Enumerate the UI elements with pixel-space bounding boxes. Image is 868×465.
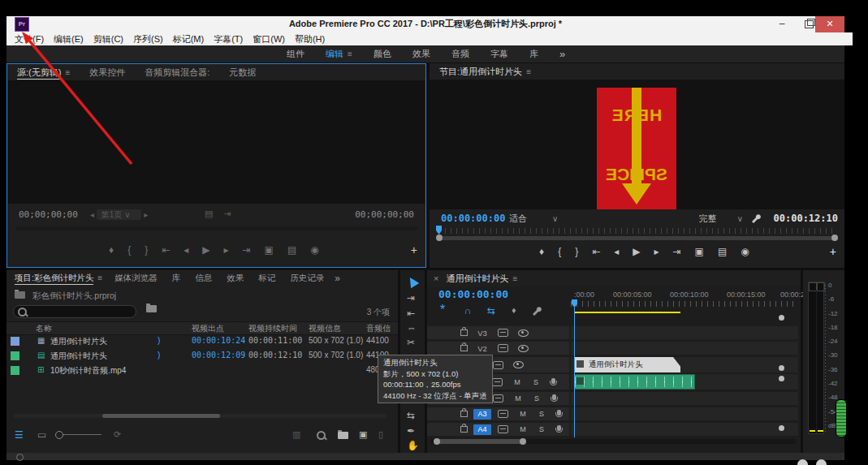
icon-view-button[interactable]: ▭ bbox=[37, 429, 46, 441]
project-hscrollbar[interactable] bbox=[13, 414, 386, 418]
razor-tool[interactable]: ✂ bbox=[407, 337, 415, 348]
workspace-overflow-chevron[interactable]: » bbox=[559, 48, 565, 60]
new-item-icon[interactable]: ▣ bbox=[359, 429, 367, 440]
add-marker-icon[interactable]: ♦ bbox=[109, 244, 114, 256]
track-lane-v1[interactable]: 通用倒计时片头 bbox=[571, 357, 798, 372]
rolling-edit-tool[interactable]: ⇔ bbox=[407, 322, 417, 334]
menu-marker[interactable]: 标记(M) bbox=[173, 33, 205, 45]
column-name[interactable]: 名称 bbox=[36, 323, 52, 334]
voiceover-record-mic-icon[interactable] bbox=[551, 378, 555, 384]
source-panel-menu-icon[interactable]: ≡ bbox=[65, 68, 70, 77]
timeline-timecode[interactable]: 00:00:00:00 bbox=[438, 288, 508, 300]
program-scroll-handle-left[interactable] bbox=[436, 235, 443, 241]
track-name-v3[interactable]: V3 bbox=[473, 329, 491, 338]
menu-help[interactable]: 帮助(H) bbox=[295, 33, 325, 45]
solo-button[interactable]: S bbox=[538, 410, 546, 418]
source-add-button[interactable]: + bbox=[411, 243, 417, 256]
menu-sequence[interactable]: 序列(S) bbox=[133, 33, 163, 45]
timeline-hscroll-thumb[interactable] bbox=[437, 439, 525, 444]
extract-icon[interactable]: ▤ bbox=[718, 246, 727, 257]
step-back-icon[interactable]: ◂ bbox=[614, 246, 619, 257]
track-lane-a3[interactable] bbox=[571, 407, 798, 420]
minimize-button[interactable]: – bbox=[771, 16, 792, 32]
close-button[interactable]: ✕ bbox=[815, 16, 844, 32]
solo-button[interactable]: S bbox=[533, 394, 541, 403]
zoom-slider-handle[interactable] bbox=[55, 431, 63, 439]
timeline-hscrollbar[interactable] bbox=[430, 439, 796, 444]
label-color-chip[interactable] bbox=[11, 366, 19, 375]
selection-tool[interactable] bbox=[406, 275, 420, 289]
voiceover-record-mic-icon[interactable] bbox=[552, 394, 556, 400]
tab-project[interactable]: 项目:彩色倒计时片头 ≡ bbox=[6, 273, 107, 284]
program-scroll-handle-right[interactable] bbox=[831, 235, 838, 241]
track-lane-a1[interactable] bbox=[571, 374, 798, 390]
mute-button[interactable]: M bbox=[519, 410, 527, 418]
column-video-info[interactable]: 视频信息 bbox=[309, 323, 341, 334]
step-forward-icon[interactable]: ▸ bbox=[654, 246, 659, 257]
lock-icon[interactable] bbox=[460, 426, 468, 433]
delete-icon[interactable]: ▯ bbox=[378, 429, 383, 440]
nest-toggle-icon[interactable]: * bbox=[440, 303, 445, 317]
export-frame-icon[interactable]: ◉ bbox=[741, 246, 749, 257]
mute-button[interactable]: M bbox=[514, 394, 522, 403]
project-hscroll-thumb[interactable] bbox=[102, 414, 220, 418]
sync-lock-icon[interactable] bbox=[498, 329, 508, 337]
search-in-bin-icon[interactable] bbox=[146, 304, 157, 314]
track-lane-v2[interactable] bbox=[571, 342, 798, 355]
track-height-handle[interactable] bbox=[779, 315, 784, 321]
clip-name[interactable]: 10秒倒计时音频.mp4 bbox=[50, 365, 126, 377]
go-to-in-icon[interactable]: ⇤ bbox=[592, 246, 600, 257]
program-settings-wrench-icon[interactable] bbox=[750, 213, 761, 223]
workspace-tab-color[interactable]: 颜色 bbox=[374, 48, 391, 60]
program-time-ruler[interactable] bbox=[439, 228, 835, 234]
meter-zoom-capsule[interactable] bbox=[836, 399, 847, 437]
add-marker-icon[interactable]: ♦ bbox=[539, 246, 544, 257]
project-overflow-chevron[interactable]: » bbox=[335, 273, 340, 284]
tab-info[interactable]: 信息 bbox=[188, 273, 219, 284]
linked-selection-icon[interactable]: ⇆ bbox=[487, 305, 495, 316]
time-ruler[interactable]: :00:00 00:00:05:00 00:00:10:00 00:00:15:… bbox=[571, 288, 798, 312]
insert-icon[interactable]: ▣ bbox=[265, 244, 274, 256]
mark-in-icon[interactable]: { bbox=[558, 246, 561, 257]
workspace-tab-titles[interactable]: 字幕 bbox=[490, 48, 508, 60]
sync-lock-icon[interactable] bbox=[498, 425, 508, 433]
track-height-handle[interactable] bbox=[779, 425, 784, 431]
lock-icon[interactable] bbox=[460, 345, 468, 351]
source-settings-grid-icon[interactable]: ▤ bbox=[205, 209, 213, 219]
play-icon[interactable]: ▶ bbox=[202, 244, 209, 256]
tab-sequence[interactable]: × 通用倒计时片头 ≡ bbox=[427, 273, 527, 285]
project-search-input[interactable] bbox=[13, 305, 136, 318]
track-header-v2[interactable]: V2 bbox=[427, 342, 569, 355]
tab-effect-controls[interactable]: 效果控件 bbox=[80, 67, 135, 79]
workspace-tab-audio[interactable]: 音频 bbox=[451, 48, 469, 60]
go-to-out-icon[interactable]: ⇥ bbox=[673, 246, 681, 257]
lift-icon[interactable]: ▣ bbox=[695, 246, 704, 257]
video-clip[interactable]: 通用倒计时片头 bbox=[574, 357, 680, 372]
tab-effects[interactable]: 效果 bbox=[219, 273, 251, 284]
ripple-edit-tool[interactable]: ⇤ bbox=[407, 308, 415, 319]
program-add-button[interactable]: + bbox=[830, 245, 836, 258]
sort-icon[interactable]: ⟳ bbox=[114, 429, 121, 440]
voiceover-record-mic-icon[interactable] bbox=[557, 410, 561, 415]
mark-out-icon[interactable]: } bbox=[575, 246, 578, 257]
label-color-chip[interactable] bbox=[11, 351, 19, 360]
track-height-handle[interactable] bbox=[779, 376, 784, 381]
timeline-hscroll-handle-left[interactable] bbox=[434, 438, 440, 445]
project-breadcrumb[interactable]: 彩色倒计时片头.prproj bbox=[15, 291, 116, 302]
pen-tool[interactable]: ✒ bbox=[407, 425, 415, 437]
export-frame-icon[interactable]: ◉ bbox=[310, 244, 318, 256]
source-scrub-bar[interactable] bbox=[15, 226, 417, 230]
menu-clip[interactable]: 剪辑(C) bbox=[93, 33, 123, 45]
workspace-tab-assembly[interactable]: 组件 bbox=[287, 48, 304, 60]
track-output-eye-icon[interactable] bbox=[518, 329, 529, 337]
program-zoom-select[interactable]: 适合 ∨ bbox=[509, 213, 558, 225]
column-video-duration[interactable]: 视频持续时间 bbox=[248, 323, 297, 334]
sync-lock-icon[interactable] bbox=[498, 344, 508, 352]
menu-title[interactable]: 字幕(T) bbox=[214, 33, 243, 45]
mark-in-icon[interactable]: { bbox=[127, 244, 131, 256]
track-name-v2[interactable]: V2 bbox=[473, 344, 491, 353]
lock-icon[interactable] bbox=[460, 411, 468, 417]
tab-program[interactable]: 节目:通用倒计时片头 ≡ bbox=[430, 66, 541, 78]
workspace-tab-menu-icon[interactable]: ≡ bbox=[348, 50, 352, 58]
page-next-icon[interactable]: ▸ bbox=[144, 210, 148, 219]
